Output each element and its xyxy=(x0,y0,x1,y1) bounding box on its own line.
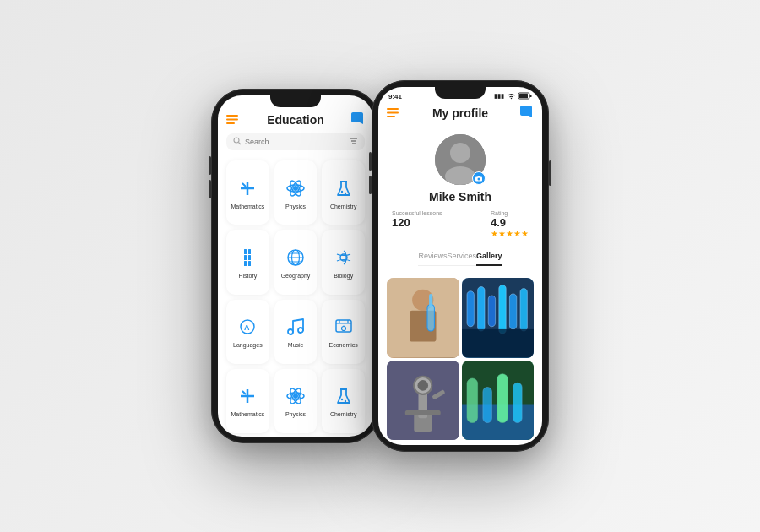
math-icon xyxy=(236,176,259,200)
geography-label: Geography xyxy=(281,273,311,279)
subject-chemistry[interactable]: Chemistry xyxy=(322,160,365,225)
page-title-left: Education xyxy=(267,113,324,127)
gallery-grid xyxy=(378,273,542,445)
math-label: Mathematics xyxy=(231,204,264,209)
music-icon xyxy=(284,315,307,339)
page-title-right: My profile xyxy=(432,106,488,120)
history-icon xyxy=(236,246,259,269)
chat-icon-left[interactable] xyxy=(351,112,365,127)
gallery-item-1[interactable] xyxy=(387,278,459,358)
subject-physics2[interactable]: Physics xyxy=(274,369,318,433)
subject-economics[interactable]: Economics xyxy=(322,300,365,364)
svg-rect-22 xyxy=(244,261,247,266)
gallery-item-4[interactable] xyxy=(462,361,535,441)
tab-reviews[interactable]: Reviews xyxy=(418,247,447,265)
rating-value: 4.9 xyxy=(491,216,529,229)
svg-point-57 xyxy=(478,177,480,180)
subject-languages[interactable]: A Languages xyxy=(226,300,269,364)
right-screen: 9:41 ▮▮▮ xyxy=(378,87,542,445)
lessons-label: Successful lessons xyxy=(392,210,442,216)
chemistry2-label: Chemistry xyxy=(330,411,357,417)
lessons-value: 120 xyxy=(392,216,442,229)
subject-biology[interactable]: Biology xyxy=(322,230,365,294)
svg-text:A: A xyxy=(244,323,250,332)
subject-math[interactable]: Mathematics xyxy=(226,160,269,225)
subject-chemistry2[interactable]: Chemistry xyxy=(322,369,365,433)
notch-right xyxy=(435,87,486,99)
right-header: My profile xyxy=(378,102,542,128)
status-icons: ▮▮▮ xyxy=(494,92,532,100)
subject-history[interactable]: History xyxy=(226,230,269,294)
svg-point-33 xyxy=(298,328,303,333)
menu-icon-left[interactable] xyxy=(226,113,238,127)
menu-icon-right[interactable] xyxy=(387,106,399,121)
chemistry2-icon xyxy=(332,384,356,408)
svg-point-54 xyxy=(450,143,470,163)
rating-label: Rating xyxy=(491,210,529,216)
chemistry-icon xyxy=(332,176,356,200)
svg-rect-49 xyxy=(530,95,532,97)
svg-rect-19 xyxy=(248,249,251,254)
biology-label: Biology xyxy=(334,273,353,279)
phone-right: 9:41 ▮▮▮ xyxy=(372,80,549,452)
svg-rect-66 xyxy=(477,287,484,332)
svg-rect-0 xyxy=(226,115,238,117)
svg-rect-68 xyxy=(498,285,505,334)
svg-rect-67 xyxy=(488,296,495,327)
music-label: Music xyxy=(288,342,303,348)
svg-rect-63 xyxy=(429,294,432,307)
camera-badge[interactable] xyxy=(472,171,486,185)
phone-left: Education xyxy=(211,89,380,443)
geography-icon xyxy=(284,246,307,269)
subject-math2[interactable]: Mathematics xyxy=(226,369,269,433)
subjects-grid: Mathematics Physics xyxy=(218,157,373,437)
filter-icon[interactable] xyxy=(350,137,358,147)
svg-point-3 xyxy=(234,138,239,143)
svg-point-11 xyxy=(293,186,298,191)
svg-rect-71 xyxy=(462,329,535,358)
svg-rect-52 xyxy=(387,116,395,117)
economics-icon xyxy=(332,315,356,339)
profile-name: Mike Smith xyxy=(429,190,491,204)
svg-point-45 xyxy=(340,399,342,400)
notch-left xyxy=(270,95,321,107)
svg-point-17 xyxy=(344,192,345,193)
left-screen: Education xyxy=(218,95,373,437)
subject-music[interactable]: Music xyxy=(274,300,318,364)
subject-geography[interactable]: Geography xyxy=(274,230,318,294)
star-rating: ★★★★★ xyxy=(491,229,529,238)
svg-point-46 xyxy=(344,400,345,402)
svg-rect-84 xyxy=(513,383,522,422)
svg-rect-50 xyxy=(387,108,399,110)
tab-services[interactable]: Services xyxy=(447,247,476,265)
svg-rect-65 xyxy=(467,291,474,327)
svg-rect-18 xyxy=(244,249,247,254)
svg-rect-62 xyxy=(427,305,434,332)
gallery-item-3[interactable] xyxy=(387,361,459,441)
svg-rect-58 xyxy=(478,176,480,177)
physics-icon xyxy=(284,176,307,200)
gallery-item-2[interactable] xyxy=(462,278,535,358)
svg-rect-82 xyxy=(482,387,491,422)
chemistry-label: Chemistry xyxy=(330,204,357,209)
subject-physics[interactable]: Physics xyxy=(274,160,318,225)
physics2-icon xyxy=(284,384,307,408)
physics2-label: Physics xyxy=(285,411,306,417)
svg-rect-2 xyxy=(226,122,235,124)
search-input[interactable] xyxy=(245,138,346,146)
wifi-icon xyxy=(507,93,516,100)
rating-stat: Rating 4.9 ★★★★★ xyxy=(491,210,529,238)
history-label: History xyxy=(238,273,257,279)
tab-gallery[interactable]: Gallery xyxy=(476,247,502,265)
svg-rect-70 xyxy=(520,289,527,331)
lessons-stat: Successful lessons 120 xyxy=(392,210,442,238)
right-vol-down-btn xyxy=(369,176,372,194)
svg-line-10 xyxy=(242,183,246,187)
svg-rect-1 xyxy=(226,118,238,120)
svg-rect-77 xyxy=(405,410,441,415)
svg-rect-69 xyxy=(509,294,516,329)
svg-line-4 xyxy=(239,143,242,145)
vol-down-btn xyxy=(209,180,211,198)
chat-icon-right[interactable] xyxy=(520,106,534,121)
svg-line-39 xyxy=(242,391,246,394)
